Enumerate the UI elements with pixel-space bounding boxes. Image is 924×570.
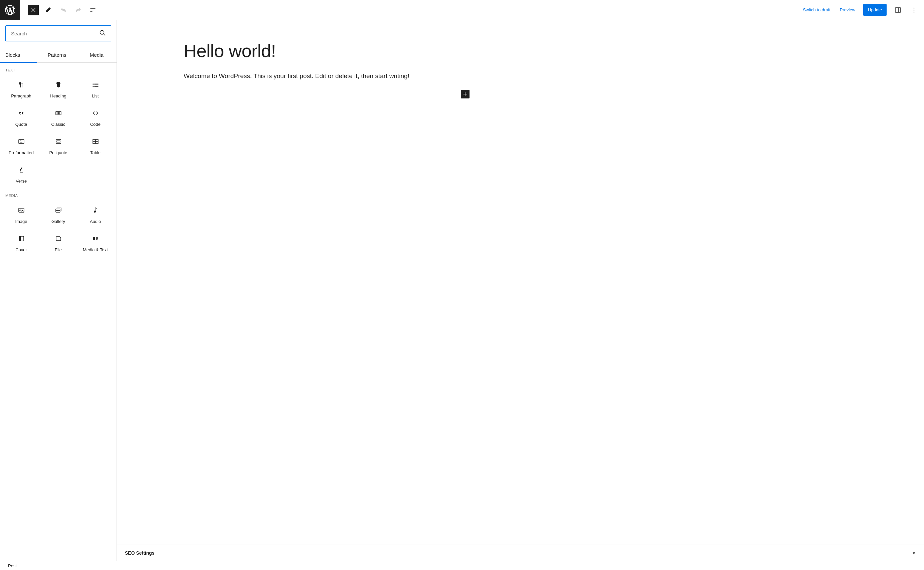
table-icon bbox=[92, 138, 100, 146]
block-inserter-panel: Blocks Patterns Media TEXT Paragraph Hea… bbox=[0, 20, 117, 561]
block-gallery[interactable]: Gallery bbox=[40, 200, 77, 228]
editor-canvas[interactable]: Hello world! Welcome to WordPress. This … bbox=[117, 20, 924, 545]
category-media: MEDIA bbox=[0, 188, 117, 200]
block-audio[interactable]: Audio bbox=[77, 200, 114, 228]
svg-point-23 bbox=[58, 112, 59, 113]
block-label: Cover bbox=[15, 247, 27, 252]
preformatted-icon bbox=[17, 138, 25, 146]
post-title[interactable]: Hello world! bbox=[184, 40, 464, 62]
block-label: Quote bbox=[15, 122, 27, 127]
redo-button[interactable] bbox=[72, 4, 84, 16]
cover-icon bbox=[17, 234, 25, 243]
outline-icon bbox=[89, 6, 97, 14]
block-label: Heading bbox=[50, 93, 66, 98]
seo-metabox-header[interactable]: SEO Settings ▼ bbox=[117, 545, 924, 561]
block-label: Media & Text bbox=[83, 247, 108, 252]
search-input[interactable] bbox=[5, 25, 111, 41]
svg-point-24 bbox=[60, 112, 60, 113]
wordpress-logo[interactable] bbox=[0, 0, 20, 20]
block-label: File bbox=[55, 247, 62, 252]
block-label: Preformatted bbox=[9, 150, 34, 155]
toolbar-right: Switch to draft Preview Update bbox=[799, 4, 921, 16]
category-text: TEXT bbox=[0, 63, 117, 75]
svg-point-25 bbox=[57, 113, 57, 114]
gallery-icon bbox=[54, 206, 63, 214]
more-vertical-icon bbox=[910, 6, 918, 14]
block-label: Paragraph bbox=[11, 93, 31, 98]
quote-icon bbox=[17, 109, 25, 117]
block-heading[interactable]: Heading bbox=[40, 75, 77, 103]
breadcrumb-post[interactable]: Post bbox=[8, 563, 17, 568]
block-code[interactable]: Code bbox=[77, 103, 114, 132]
search-box bbox=[5, 25, 111, 41]
svg-rect-43 bbox=[93, 237, 95, 240]
document-overview-button[interactable] bbox=[87, 4, 99, 16]
seo-metabox: SEO Settings ▼ bbox=[117, 545, 924, 561]
classic-icon bbox=[54, 109, 63, 117]
svg-point-8 bbox=[914, 9, 915, 10]
svg-rect-38 bbox=[19, 208, 24, 212]
block-label: Pullquote bbox=[49, 150, 67, 155]
svg-point-27 bbox=[60, 113, 60, 114]
verse-icon bbox=[17, 166, 25, 174]
svg-rect-42 bbox=[19, 236, 21, 241]
block-cover[interactable]: Cover bbox=[3, 228, 40, 257]
options-button[interactable] bbox=[908, 4, 920, 16]
block-label: Verse bbox=[16, 179, 27, 184]
post-paragraph[interactable]: Welcome to WordPress. This is your first… bbox=[184, 71, 464, 81]
edit-icon bbox=[45, 6, 53, 14]
block-classic[interactable]: Classic bbox=[40, 103, 77, 132]
svg-point-9 bbox=[914, 11, 915, 12]
audio-icon bbox=[92, 206, 100, 214]
add-block-button[interactable] bbox=[461, 90, 470, 98]
tab-patterns[interactable]: Patterns bbox=[37, 47, 77, 63]
close-icon bbox=[29, 6, 37, 14]
block-label: List bbox=[92, 93, 98, 98]
svg-rect-28 bbox=[19, 139, 24, 144]
block-table[interactable]: Table bbox=[77, 132, 114, 160]
undo-button[interactable] bbox=[57, 4, 69, 16]
close-inserter-button[interactable] bbox=[28, 5, 39, 15]
plus-icon bbox=[462, 91, 468, 97]
top-toolbar: Switch to draft Preview Update bbox=[0, 0, 924, 20]
block-paragraph[interactable]: Paragraph bbox=[3, 75, 40, 103]
block-pullquote[interactable]: Pullquote bbox=[40, 132, 77, 160]
search-button[interactable] bbox=[97, 27, 109, 40]
svg-point-40 bbox=[94, 211, 96, 213]
block-quote[interactable]: Quote bbox=[3, 103, 40, 132]
block-media-text[interactable]: Media & Text bbox=[77, 228, 114, 257]
svg-rect-32 bbox=[57, 141, 60, 142]
svg-point-7 bbox=[914, 7, 915, 8]
seo-metabox-title: SEO Settings bbox=[125, 550, 155, 556]
heading-icon bbox=[54, 81, 63, 89]
settings-sidebar-toggle[interactable] bbox=[892, 4, 904, 16]
tools-button[interactable] bbox=[43, 4, 55, 16]
block-label: Classic bbox=[51, 122, 66, 127]
block-label: Audio bbox=[90, 219, 101, 224]
block-list[interactable]: List bbox=[77, 75, 114, 103]
search-wrap bbox=[0, 20, 117, 47]
file-icon bbox=[54, 234, 63, 243]
wordpress-icon bbox=[4, 4, 16, 16]
svg-point-10 bbox=[100, 31, 104, 34]
switch-to-draft-button[interactable]: Switch to draft bbox=[799, 4, 834, 16]
preview-button[interactable]: Preview bbox=[836, 4, 859, 16]
svg-rect-5 bbox=[895, 8, 901, 12]
block-file[interactable]: File bbox=[40, 228, 77, 257]
tab-media[interactable]: Media bbox=[77, 47, 117, 63]
block-list[interactable]: TEXT Paragraph Heading List Quote bbox=[0, 63, 117, 561]
block-preformatted[interactable]: Preformatted bbox=[3, 132, 40, 160]
block-label: Image bbox=[15, 219, 27, 224]
tab-blocks[interactable]: Blocks bbox=[0, 47, 37, 63]
footer-breadcrumb-bar: Post bbox=[0, 561, 924, 570]
block-label: Code bbox=[90, 122, 101, 127]
chevron-down-icon: ▼ bbox=[912, 551, 916, 556]
block-image[interactable]: Image bbox=[3, 200, 40, 228]
update-button[interactable]: Update bbox=[863, 4, 887, 16]
sidebar-icon bbox=[894, 6, 902, 14]
svg-point-26 bbox=[58, 113, 59, 114]
layout: Blocks Patterns Media TEXT Paragraph Hea… bbox=[0, 20, 924, 561]
search-icon bbox=[98, 29, 106, 37]
block-verse[interactable]: Verse bbox=[3, 160, 40, 188]
post-content: Hello world! Welcome to WordPress. This … bbox=[184, 40, 464, 81]
